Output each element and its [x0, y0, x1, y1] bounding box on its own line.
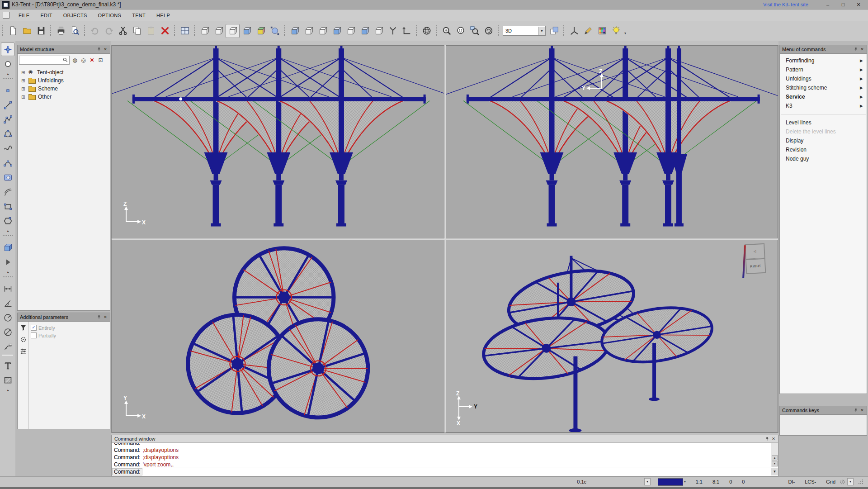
menu-item[interactable]: HELP	[151, 9, 175, 21]
view-cube[interactable]: ◁ RIGHT	[742, 243, 767, 279]
wireframe-sphere-button[interactable]	[420, 24, 434, 38]
region-tool[interactable]	[1, 171, 14, 184]
grid-toggle[interactable]: Grid	[826, 479, 835, 484]
expand-icon[interactable]: ⊞	[21, 70, 26, 75]
close-icon[interactable]: ✕	[102, 314, 108, 320]
arc-tool[interactable]	[1, 156, 14, 170]
menu-item[interactable]: TENT	[127, 9, 151, 21]
ucs-triad-button[interactable]	[567, 24, 581, 38]
paste-button[interactable]	[144, 24, 158, 38]
view-mode-select[interactable]: 3D ▾	[503, 26, 546, 36]
flyout-arrow-icon[interactable]	[1, 388, 15, 393]
shade-mode-button[interactable]	[268, 24, 282, 38]
undo-button[interactable]	[88, 24, 102, 38]
flyout-arrow-icon[interactable]	[1, 71, 15, 77]
command-submenu[interactable]: Unfoldings▶	[780, 74, 867, 83]
separator[interactable]	[3, 235, 13, 239]
view-back-button[interactable]	[212, 24, 226, 38]
view-axonometry-button[interactable]	[254, 24, 268, 38]
circle-tool[interactable]	[1, 57, 14, 71]
leader-tool[interactable]	[1, 340, 14, 353]
command-item[interactable]: Level lines	[780, 118, 867, 127]
command-history[interactable]: Command: Command:;displayoptions Command…	[112, 443, 778, 467]
view-corner-button[interactable]	[400, 24, 414, 38]
chevron-down-icon[interactable]: ▾	[684, 480, 686, 484]
current-color-swatch[interactable]	[658, 478, 683, 486]
flyout-arrow-icon[interactable]	[1, 270, 15, 275]
diameter-dimension-tool[interactable]	[1, 325, 14, 339]
zoom-slider[interactable]	[594, 478, 644, 485]
offset-tool[interactable]	[1, 185, 14, 199]
tree-item[interactable]: ⊞ Scheme	[21, 85, 110, 93]
visibility-button[interactable]: ◎	[80, 57, 87, 64]
open-file-button[interactable]	[20, 24, 34, 38]
zoom-previous-button[interactable]	[481, 24, 495, 38]
scale-ratio-b[interactable]: 8:1	[712, 479, 719, 484]
tree-item[interactable]: ⊞ Tent-object	[21, 68, 110, 76]
expand-icon[interactable]: ⊞	[21, 78, 26, 83]
gear-icon[interactable]	[839, 479, 846, 485]
radius-dimension-tool[interactable]	[1, 311, 14, 324]
polygon-tool[interactable]	[1, 214, 14, 228]
style-pick-button[interactable]	[581, 24, 595, 38]
pin-icon[interactable]	[764, 436, 770, 442]
pin-icon[interactable]	[853, 407, 859, 413]
separator[interactable]	[3, 78, 13, 82]
scroll-down-icon[interactable]: ▼	[772, 461, 778, 466]
command-submenu[interactable]: Pattern▶	[780, 65, 867, 74]
view-cube-front-face[interactable]: RIGHT	[745, 258, 766, 274]
angular-dimension-tool[interactable]	[1, 296, 14, 310]
command-submenu[interactable]: Formfinding▶	[780, 56, 867, 65]
viewport-perspective[interactable]: ◁ RIGHT Z Y X	[446, 240, 778, 433]
pin-icon[interactable]	[96, 314, 102, 320]
redo-button[interactable]	[102, 24, 116, 38]
separator[interactable]	[3, 276, 13, 280]
save-button[interactable]	[34, 24, 48, 38]
di-toggle[interactable]: DI-	[788, 479, 795, 484]
command-submenu[interactable]: Service▶	[780, 92, 867, 101]
viewport-top[interactable]: Y X	[112, 240, 444, 433]
separator[interactable]	[2, 355, 13, 357]
view-cube-top-face[interactable]: ◁	[745, 243, 765, 259]
properties-window-button[interactable]: ⊡	[97, 57, 104, 64]
maximize-button[interactable]: □	[835, 0, 851, 9]
expand-icon[interactable]: ⊞	[21, 95, 26, 100]
iso-view-6-button[interactable]	[358, 24, 372, 38]
history-scrollbar[interactable]: ▲ ▼	[771, 443, 778, 467]
menu-item[interactable]: OPTIONS	[93, 9, 127, 21]
zoom-dynamic-button[interactable]	[453, 24, 467, 38]
surfaces-flyout-tool[interactable]	[1, 255, 14, 269]
close-icon[interactable]: ✕	[859, 407, 865, 413]
zoom-window-button[interactable]	[467, 24, 481, 38]
expand-icon[interactable]: ⊞	[21, 86, 26, 91]
viewport-layout-button[interactable]	[178, 24, 192, 38]
delete-button[interactable]	[158, 24, 172, 38]
close-icon[interactable]: ✕	[102, 46, 108, 52]
filter-display-button[interactable]: ◍	[71, 57, 79, 64]
command-item[interactable]: Delete the level lines	[780, 127, 867, 136]
lcs-toggle[interactable]: LCS-	[805, 479, 816, 484]
flyout-arrow-icon[interactable]	[1, 228, 15, 234]
light-button[interactable]	[609, 24, 623, 38]
rectangle-tool[interactable]	[1, 199, 14, 213]
view-front-button[interactable]	[198, 24, 212, 38]
close-icon[interactable]: ✕	[859, 46, 865, 52]
command-input[interactable]: Command: ▼	[112, 467, 778, 476]
close-icon[interactable]: ✕	[770, 436, 777, 442]
command-submenu[interactable]: K3▶	[780, 101, 867, 110]
iso-view-4-button[interactable]	[330, 24, 344, 38]
circle-by-points-tool[interactable]	[1, 127, 14, 141]
color-palette-button[interactable]	[595, 24, 609, 38]
checkbox[interactable]	[31, 325, 37, 331]
gear-icon[interactable]	[19, 336, 27, 343]
viewport-front[interactable]: Z X	[112, 45, 444, 238]
chevron-down-icon[interactable]: ▾	[847, 478, 854, 485]
box-3d-tool[interactable]	[1, 241, 14, 254]
point-tool[interactable]	[1, 84, 14, 97]
minimize-button[interactable]: –	[820, 0, 835, 9]
hatch-tool[interactable]	[1, 373, 14, 387]
option-row[interactable]: Entirely	[31, 324, 108, 332]
site-link[interactable]: Visit the K3-Tent site	[763, 2, 808, 7]
text-tool[interactable]	[1, 359, 14, 372]
scroll-up-icon[interactable]: ▲	[772, 455, 778, 461]
